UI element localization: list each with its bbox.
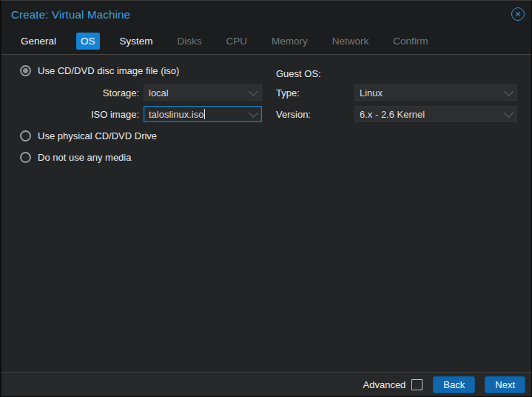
radio-option-physical-drive-label: Use physical CD/DVD Drive: [38, 130, 157, 141]
type-label: Type:: [276, 87, 300, 99]
iso-image-value: taloslinux.iso: [149, 109, 247, 120]
tab-system[interactable]: System: [115, 33, 158, 50]
os-tab-panel: Use CD/DVD disc image file (iso) Storage…: [1, 56, 531, 372]
radio-option-cd-image[interactable]: Use CD/DVD disc image file (iso): [20, 65, 179, 76]
radio-unselected-icon[interactable]: [20, 130, 31, 141]
radio-selected-icon[interactable]: [20, 65, 31, 76]
version-label: Version:: [276, 109, 311, 120]
chevron-down-icon[interactable]: [249, 87, 258, 96]
iso-image-combobox[interactable]: taloslinux.iso: [144, 106, 262, 122]
tab-confirm: Confirm: [388, 33, 432, 50]
iso-image-label: ISO image:: [13, 109, 139, 120]
radio-unselected-icon[interactable]: [20, 152, 31, 163]
tab-os[interactable]: OS: [76, 33, 100, 50]
type-combobox[interactable]: Linux: [354, 84, 517, 101]
tab-network: Network: [328, 33, 374, 50]
storage-combobox[interactable]: local: [144, 84, 262, 101]
tab-general[interactable]: General: [16, 33, 61, 50]
next-button[interactable]: Next: [485, 376, 525, 393]
type-value: Linux: [360, 87, 502, 99]
radio-option-cd-image-label: Use CD/DVD disc image file (iso): [38, 65, 179, 76]
tab-memory: Memory: [267, 33, 312, 50]
back-button[interactable]: Back: [433, 376, 475, 393]
close-icon[interactable]: ✕: [511, 7, 525, 21]
chevron-down-icon[interactable]: [504, 87, 514, 96]
wizard-tabbar: General OS System Disks CPU Memory Netwo…: [1, 27, 531, 55]
storage-label: Storage:: [13, 87, 139, 99]
storage-value: local: [149, 87, 247, 99]
dialog-title: Create: Virtual Machine: [11, 8, 130, 21]
advanced-label: Advanced: [363, 379, 406, 390]
chevron-down-icon[interactable]: [249, 108, 258, 118]
chevron-down-icon[interactable]: [504, 108, 514, 118]
tab-cpu: CPU: [222, 33, 252, 50]
version-value: 6.x - 2.6 Kernel: [360, 109, 502, 120]
tab-disks: Disks: [173, 33, 206, 50]
guest-os-heading: Guest OS:: [276, 68, 321, 79]
radio-option-physical-drive[interactable]: Use physical CD/DVD Drive: [20, 130, 157, 141]
advanced-checkbox[interactable]: [411, 379, 422, 390]
radio-option-no-media-label: Do not use any media: [38, 152, 131, 163]
text-cursor: [204, 109, 205, 119]
radio-option-no-media[interactable]: Do not use any media: [20, 152, 131, 163]
dialog-footer: Advanced Back Next: [1, 372, 531, 396]
version-combobox[interactable]: 6.x - 2.6 Kernel: [354, 106, 517, 122]
advanced-toggle[interactable]: Advanced: [363, 379, 423, 390]
dialog-titlebar: Create: Virtual Machine ✕: [1, 1, 531, 27]
create-vm-dialog: Create: Virtual Machine ✕ General OS Sys…: [0, 0, 532, 397]
